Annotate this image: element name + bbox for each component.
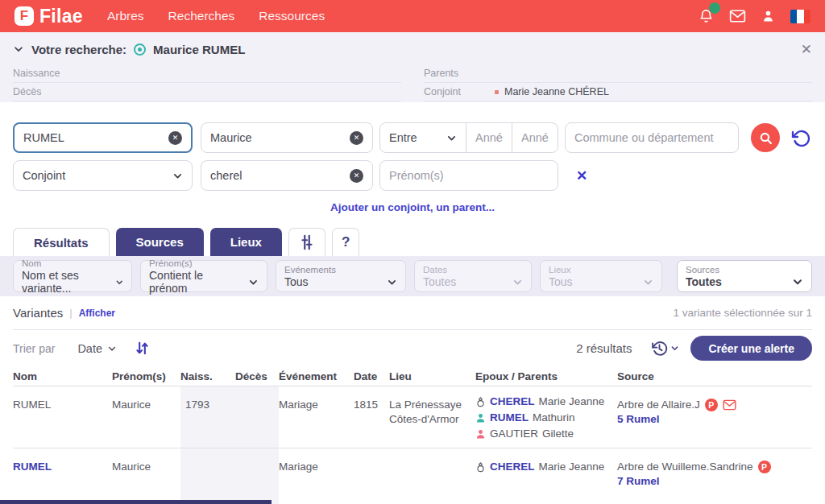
reset-button[interactable]: [790, 128, 810, 147]
brand-text: Filae: [39, 6, 83, 27]
search-icon: [759, 131, 773, 145]
history-button[interactable]: [651, 340, 679, 357]
nav-item-arbres[interactable]: Arbres: [107, 9, 144, 23]
tab-sources[interactable]: Sources: [116, 228, 204, 256]
firstname-field[interactable]: ✕: [201, 122, 373, 153]
tab-help[interactable]: ?: [332, 228, 359, 256]
relation-firstname-input[interactable]: [389, 169, 549, 182]
search-form: ✕ ✕ Entre: [0, 102, 825, 217]
year-to-field[interactable]: [512, 122, 558, 153]
footer-edge: [0, 500, 272, 504]
tab-filters[interactable]: [288, 228, 325, 256]
search-button[interactable]: [751, 123, 780, 152]
notification-badge: [709, 2, 720, 14]
premium-icon[interactable]: P: [705, 399, 718, 411]
filter-value: Toutes: [423, 275, 456, 288]
results-tabs: Résultats Sources Lieux ?: [0, 217, 825, 256]
relation-name-link[interactable]: CHEREL: [490, 460, 535, 474]
lieu-line1: La Prénessaye: [389, 399, 462, 411]
filter-value: Nom et ses variante...: [22, 269, 110, 295]
clear-surname-icon[interactable]: ✕: [168, 131, 182, 145]
filter-label: Sources: [686, 264, 803, 275]
year-to-input[interactable]: [521, 131, 549, 144]
relation-name-link[interactable]: CHEREL: [490, 395, 535, 409]
filter-lieux[interactable]: Lieux Tous: [540, 260, 662, 292]
relation-surname-field[interactable]: ✕: [201, 160, 373, 191]
clear-firstname-icon[interactable]: ✕: [350, 131, 363, 145]
french-flag-icon[interactable]: [790, 10, 810, 23]
sort-direction-icon[interactable]: [135, 341, 150, 356]
cell-epoux-parents: CHEREL Marie Jeanne RUMEL Mathurin GAUTI…: [475, 386, 617, 448]
relation-firstname: Gilette: [542, 427, 574, 441]
relation-surname-input[interactable]: [210, 169, 345, 182]
add-relative-link[interactable]: Ajouter un conjoint, un parent...: [13, 201, 812, 213]
cell-epoux-parents: CHEREL Marie Jeanne: [475, 448, 617, 504]
chevron-down-icon: [172, 171, 183, 181]
place-field[interactable]: [565, 122, 739, 153]
close-icon[interactable]: ✕: [801, 43, 812, 56]
results-table: Nom Prénom(s) Naiss. Décès Événement Dat…: [0, 366, 825, 504]
filter-sources[interactable]: Sources Toutes: [677, 260, 812, 292]
year-from-input[interactable]: [475, 131, 503, 144]
filter-value: Toutes: [686, 275, 722, 288]
tab-resultats[interactable]: Résultats: [13, 228, 110, 256]
history-icon: [651, 340, 668, 357]
relation-name-link[interactable]: RUMEL: [490, 411, 529, 425]
relation-select[interactable]: Conjoint: [13, 160, 193, 191]
records-link[interactable]: 5 Rumel: [617, 413, 660, 425]
filter-label: Prénom(s): [149, 258, 259, 269]
sort-select[interactable]: Date: [77, 342, 117, 355]
filter-nom[interactable]: Nom Nom et ses variante...: [13, 260, 132, 292]
cell-source: Arbre de Allaire.J P 5 Rumel: [617, 386, 812, 448]
filae-logo[interactable]: F Filae: [15, 6, 83, 27]
filter-prenoms[interactable]: Prénom(s) Contient le prénom: [140, 260, 267, 292]
nav-item-recherches[interactable]: Recherches: [168, 9, 235, 23]
records-link[interactable]: 7 Rumel: [617, 475, 660, 487]
cell-nom-link[interactable]: RUMEL: [13, 448, 112, 504]
mail-icon[interactable]: [729, 10, 746, 23]
cell-lieu: [389, 448, 475, 504]
collapse-chevron-icon[interactable]: [13, 43, 24, 55]
firstname-input[interactable]: [210, 131, 345, 144]
relation-select-value: Conjoint: [23, 169, 65, 182]
navbar-actions: [699, 8, 810, 24]
filter-evenements[interactable]: Evénements Tous: [276, 260, 406, 292]
cell-evenement: Mariage: [279, 448, 354, 504]
cell-prenom: Maurice: [112, 448, 180, 504]
filter-value: Tous: [549, 275, 573, 288]
conjoint-value: Marie Jeanne CHÉREL: [504, 86, 609, 97]
afficher-link[interactable]: Afficher: [79, 308, 115, 319]
clear-relation-surname-icon[interactable]: ✕: [350, 169, 363, 183]
source-line: Arbre de Allaire.J P: [617, 398, 812, 412]
filter-bar: Nom Nom et ses variante... Prénom(s) Con…: [0, 256, 825, 296]
bell-icon[interactable]: [699, 8, 714, 24]
col-source: Source: [617, 370, 812, 382]
father-icon: [475, 413, 486, 423]
year-from-field[interactable]: [466, 122, 512, 153]
create-alert-button[interactable]: Créer une alerte: [690, 336, 812, 361]
col-epoux-parents: Epoux / Parents: [475, 370, 617, 382]
conjoint-bullet: [495, 90, 499, 94]
contact-mail-icon[interactable]: [723, 399, 736, 411]
surname-field[interactable]: ✕: [13, 122, 193, 153]
nav-item-ressources[interactable]: Ressources: [259, 9, 325, 23]
surname-input[interactable]: [23, 131, 164, 144]
reset-icon: [790, 128, 810, 147]
period-select[interactable]: Entre: [379, 122, 466, 153]
remove-relation-button[interactable]: ✕: [576, 167, 587, 184]
premium-icon[interactable]: P: [758, 461, 771, 473]
relation-firstname-field[interactable]: [379, 160, 558, 191]
table-row[interactable]: RUMEL Maurice Mariage CHEREL Marie Jeann…: [13, 448, 812, 504]
tab-lieux[interactable]: Lieux: [210, 228, 282, 256]
chevron-down-icon: [512, 277, 523, 287]
col-date: Date: [354, 370, 389, 382]
relation-line: CHEREL Marie Jeanne: [475, 395, 617, 409]
variants-label: Variantes: [13, 306, 63, 320]
place-input[interactable]: [574, 131, 729, 144]
col-lieu: Lieu: [389, 370, 475, 382]
source-name: Arbre de Wuilleme.Sandrine: [617, 460, 753, 474]
user-icon[interactable]: [761, 9, 775, 23]
col-prenoms: Prénom(s): [112, 370, 180, 382]
filter-dates[interactable]: Dates Toutes: [414, 260, 532, 292]
table-row[interactable]: RUMEL Maurice 1793 Mariage 1815 La Préne…: [13, 386, 812, 448]
